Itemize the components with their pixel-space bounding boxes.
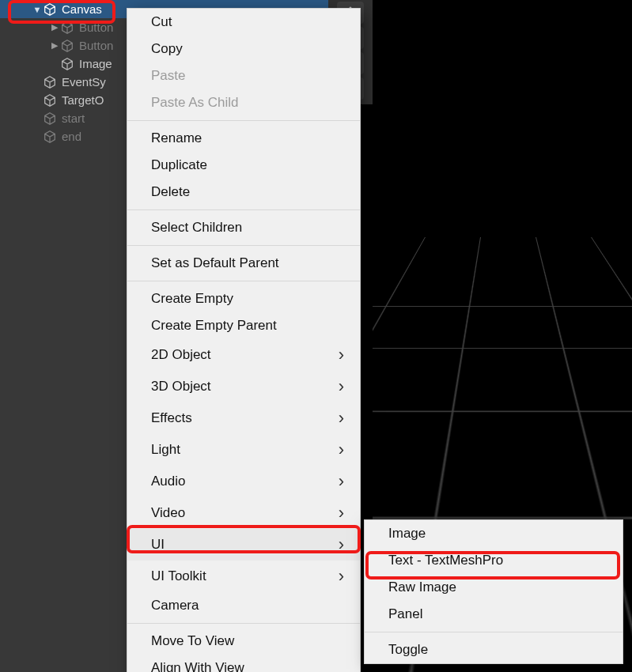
submenu-item-text-tmp[interactable]: Text - TextMeshPro — [365, 547, 623, 574]
chevron-right-icon — [339, 534, 344, 555]
menu-item-delete[interactable]: Delete — [127, 179, 360, 206]
menu-item-create-empty-parent[interactable]: Create Empty Parent — [127, 312, 360, 339]
submenu-item-image[interactable]: Image — [365, 520, 623, 547]
disclosure-triangle-icon[interactable] — [49, 40, 60, 51]
menu-item-video[interactable]: Video — [127, 497, 360, 529]
chevron-right-icon — [339, 471, 344, 492]
hierarchy-item-label: TargetO — [62, 93, 104, 107]
chevron-right-icon — [339, 408, 344, 428]
hierarchy-item-label: EventSy — [62, 75, 106, 89]
disclosure-triangle-icon[interactable] — [32, 5, 43, 14]
menu-item-3d-object[interactable]: 3D Object — [127, 371, 360, 402]
menu-item-rename[interactable]: Rename — [127, 125, 360, 152]
menu-item-move-to-view[interactable]: Move To View — [127, 628, 360, 655]
menu-separator — [127, 245, 360, 246]
gameobject-cube-icon — [43, 75, 57, 89]
menu-item-light[interactable]: Light — [127, 434, 360, 466]
gameobject-cube-icon — [43, 130, 57, 144]
hierarchy-item-label: start — [62, 111, 85, 125]
menu-item-paste-as-child: Paste As Child — [127, 89, 360, 116]
gameobject-cube-icon — [43, 93, 57, 108]
menu-separator — [365, 632, 623, 632]
disclosure-triangle-icon[interactable] — [49, 22, 60, 32]
gameobject-cube-icon — [60, 39, 74, 53]
submenu-item-panel[interactable]: Panel — [365, 601, 623, 628]
menu-item-duplicate[interactable]: Duplicate — [127, 152, 360, 179]
menu-item-audio[interactable]: Audio — [127, 466, 360, 497]
menu-item-ui-toolkit[interactable]: UI Toolkit — [127, 561, 360, 592]
menu-item-copy[interactable]: Copy — [127, 36, 360, 62]
menu-separator — [127, 623, 360, 624]
chevron-right-icon — [339, 376, 344, 397]
menu-item-effects[interactable]: Effects — [127, 402, 360, 434]
menu-separator — [127, 281, 360, 281]
hierarchy-item-label: Canvas — [62, 2, 102, 16]
menu-item-cut[interactable]: Cut — [127, 9, 360, 36]
menu-separator — [127, 120, 360, 121]
submenu-item-raw-image[interactable]: Raw Image — [365, 574, 623, 601]
context-menu: Cut Copy Paste Paste As Child Rename Dup… — [127, 8, 361, 672]
hierarchy-item-label: Button — [79, 21, 113, 34]
menu-separator — [127, 210, 360, 210]
chevron-right-icon — [339, 566, 344, 587]
submenu-item-toggle[interactable]: Toggle — [365, 636, 623, 663]
menu-item-ui[interactable]: UI — [127, 529, 360, 561]
gameobject-cube-icon — [43, 111, 57, 126]
menu-item-set-default-parent[interactable]: Set as Default Parent — [127, 250, 360, 277]
menu-item-align-with-view[interactable]: Align With View — [127, 655, 360, 672]
menu-item-paste: Paste — [127, 62, 360, 89]
menu-item-2d-object[interactable]: 2D Object — [127, 339, 360, 371]
gameobject-cube-icon — [60, 21, 74, 35]
hierarchy-item-label: Button — [79, 39, 113, 52]
menu-item-camera[interactable]: Camera — [127, 592, 360, 619]
context-submenu-ui: Image Text - TextMeshPro Raw Image Panel… — [364, 519, 623, 664]
menu-item-select-children[interactable]: Select Children — [127, 214, 360, 241]
chevron-right-icon — [339, 345, 344, 365]
hierarchy-item-label: end — [62, 130, 81, 143]
menu-item-create-empty[interactable]: Create Empty — [127, 285, 360, 312]
gameobject-cube-icon — [43, 2, 57, 17]
chevron-right-icon — [339, 503, 344, 523]
hierarchy-item-label: Image — [79, 57, 112, 70]
gameobject-cube-icon — [60, 57, 74, 71]
chevron-right-icon — [339, 440, 344, 460]
